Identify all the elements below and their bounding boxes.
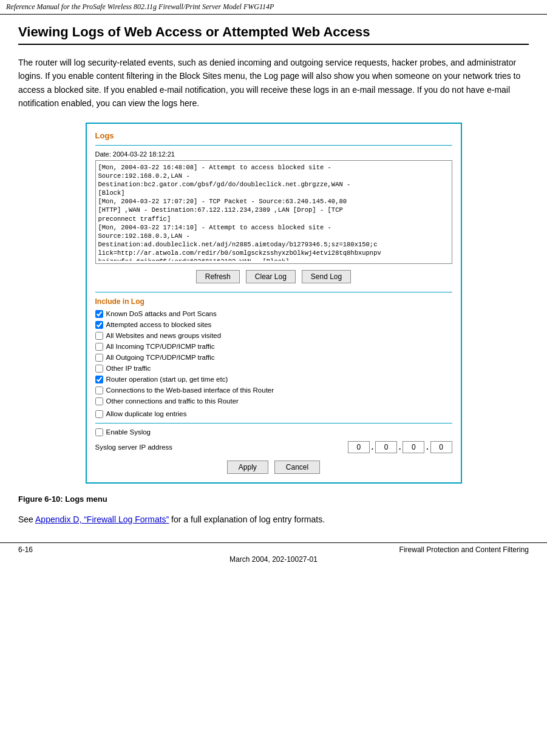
cancel-button[interactable]: Cancel [274, 461, 320, 474]
checkbox-other-connections[interactable] [95, 397, 103, 405]
checkbox-outgoing-tcp[interactable] [95, 354, 103, 362]
checkbox-enable-syslog[interactable] [95, 428, 103, 436]
checkbox-row-4: All Outgoing TCP/UDP/ICMP traffic [95, 354, 452, 362]
checkbox-row-0: Known DoS attacks and Port Scans [95, 310, 452, 318]
checkbox-router-operation[interactable] [95, 376, 103, 383]
send-log-button[interactable]: Send Log [302, 270, 351, 283]
refresh-button[interactable]: Refresh [196, 270, 240, 283]
checkbox-row-8: Other connections and traffic to this Ro… [95, 397, 452, 405]
footer-center: March 2004, 202-10027-01 [18, 555, 529, 564]
checkbox-label-6: Router operation (start up, get time etc… [106, 376, 228, 383]
ip-dot-1: . [372, 442, 373, 452]
checkbox-row-5: Other IP traffic [95, 365, 452, 373]
checkbox-all-websites[interactable] [95, 332, 103, 340]
intro-paragraph: The router will log security-related eve… [18, 56, 529, 110]
logs-date: Date: 2004-03-22 18:12:21 [95, 150, 452, 158]
checkbox-web-interface[interactable] [95, 386, 103, 394]
middle-divider [95, 292, 452, 292]
see-text: See Appendix D, “Firewall Log Formats” f… [18, 515, 529, 524]
see-suffix: for a full explanation of log entry form… [169, 515, 325, 524]
allow-duplicate-label: Allow duplicate log entries [106, 410, 187, 417]
syslog-label: Enable Syslog [106, 428, 151, 436]
ip-dot-3: . [426, 442, 428, 452]
syslog-ip-label: Syslog server IP address [95, 444, 348, 451]
checkbox-row-2: All Websites and news groups visited [95, 332, 452, 340]
checkbox-label-1: Attempted access to blocked sites [106, 321, 212, 328]
figure-caption: Figure 6-10: Logs menu [18, 494, 529, 504]
clear-log-button[interactable]: Clear Log [246, 270, 296, 283]
footer-left: 6-16 [18, 545, 33, 554]
checkbox-allow-duplicate[interactable] [95, 410, 103, 418]
logs-button-row: Refresh Clear Log Send Log [95, 270, 452, 283]
header-text: Reference Manual for the ProSafe Wireles… [6, 2, 274, 11]
checkbox-other-ip[interactable] [95, 365, 103, 373]
appendix-link[interactable]: Appendix D, “Firewall Log Formats” [35, 515, 169, 524]
allow-duplicate-row: Allow duplicate log entries [95, 410, 452, 418]
footer: 6-16 Firewall Protection and Content Fil… [0, 542, 547, 566]
ip-octet-3[interactable] [403, 441, 424, 453]
checkbox-row-1: Attempted access to blocked sites [95, 321, 452, 329]
logs-panel-title: Logs [95, 131, 452, 140]
include-in-log-title: Include in Log [95, 297, 452, 306]
checkbox-label-7: Connections to the Web-based interface o… [106, 386, 274, 394]
top-divider [95, 145, 452, 146]
checkbox-label-4: All Outgoing TCP/UDP/ICMP traffic [106, 354, 215, 361]
ip-field-group: . . . [348, 441, 452, 453]
header-bar: Reference Manual for the ProSafe Wireles… [0, 0, 547, 15]
ip-octet-1[interactable] [348, 441, 370, 453]
checkbox-row-7: Connections to the Web-based interface o… [95, 386, 452, 394]
syslog-divider [95, 423, 452, 424]
checkbox-label-3: All Incoming TCP/UDP/ICMP traffic [106, 343, 215, 350]
logs-textarea-wrapper [95, 160, 452, 264]
checkbox-row-6: Router operation (start up, get time etc… [95, 376, 452, 383]
syslog-ip-row: Syslog server IP address . . . [95, 441, 452, 453]
footer-right: Firewall Protection and Content Filterin… [399, 545, 529, 554]
main-content: Viewing Logs of Web Access or Attempted … [0, 15, 547, 542]
checkbox-attempted-access[interactable] [95, 321, 103, 329]
checkbox-label-8: Other connections and traffic to this Ro… [106, 397, 239, 405]
logs-textarea[interactable] [96, 161, 452, 261]
checkbox-label-0: Known DoS attacks and Port Scans [106, 310, 217, 317]
ip-octet-4[interactable] [430, 441, 452, 453]
see-prefix: See [18, 515, 35, 524]
apply-button[interactable]: Apply [227, 461, 268, 474]
ip-dot-2: . [399, 442, 401, 452]
logs-panel: Logs Date: 2004-03-22 18:12:21 Refresh C… [86, 123, 462, 484]
checkbox-row-3: All Incoming TCP/UDP/ICMP traffic [95, 343, 452, 351]
apply-cancel-row: Apply Cancel [95, 461, 452, 474]
footer-row: 6-16 Firewall Protection and Content Fil… [18, 545, 529, 554]
checkbox-known-dos[interactable] [95, 310, 103, 318]
checkbox-incoming-tcp[interactable] [95, 343, 103, 351]
page-title: Viewing Logs of Web Access or Attempted … [18, 24, 529, 45]
ip-octet-2[interactable] [375, 441, 397, 453]
checkbox-label-2: All Websites and news groups visited [106, 332, 222, 339]
syslog-row: Enable Syslog [95, 428, 452, 436]
checkbox-label-5: Other IP traffic [106, 365, 151, 372]
